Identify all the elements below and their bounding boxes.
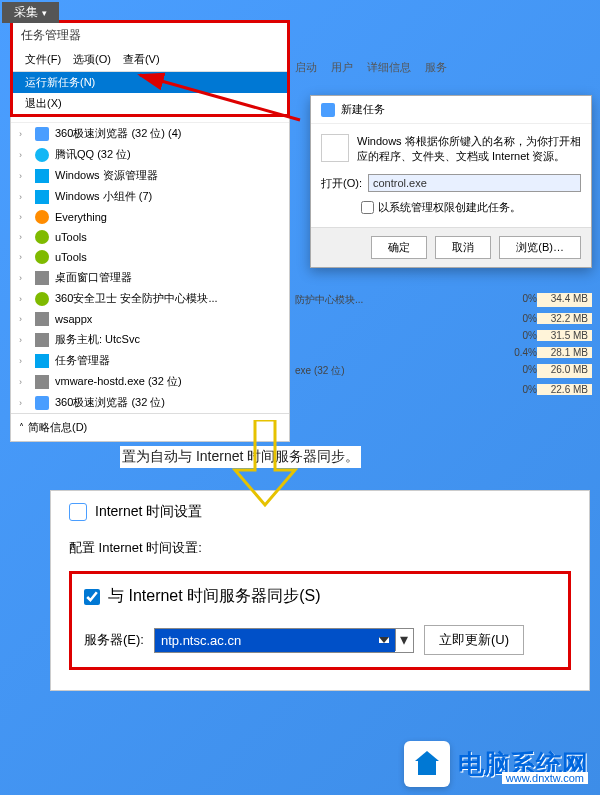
process-name: 服务主机: UtcSvc [55,332,140,347]
chevron-right-icon: › [19,171,29,181]
process-icon [35,250,49,264]
menu-exit[interactable]: 退出(X) [13,93,287,114]
chevron-right-icon: › [19,150,29,160]
process-row[interactable]: ›Everything [11,207,289,227]
process-name: 360极速浏览器 (32 位) [55,395,165,410]
sync-label: 与 Internet 时间服务器同步(S) [108,586,320,607]
process-row[interactable]: ›Windows 小组件 (7) [11,186,289,207]
process-name: Windows 资源管理器 [55,168,158,183]
cancel-button[interactable]: 取消 [435,236,491,259]
process-row[interactable]: ›360极速浏览器 (32 位) (4) [11,123,289,144]
process-name: uTools [55,231,87,243]
process-row[interactable]: ›腾讯QQ (32 位) [11,144,289,165]
admin-label: 以系统管理权限创建此任务。 [378,200,521,215]
process-row[interactable]: ›服务主机: UtcSvc [11,329,289,350]
chevron-right-icon: › [19,314,29,324]
run-description: Windows 将根据你所键入的名称，为你打开相应的程序、文件夹、文档或 Int… [357,134,581,164]
process-icon [35,230,49,244]
process-icon [35,354,49,368]
chevron-right-icon: › [19,335,29,345]
stat-row: exe (32 位)0%26.0 MB [295,361,592,381]
process-row[interactable]: ›360安全卫士 安全防护中心模块... [11,288,289,309]
open-label: 打开(O): [321,176,362,191]
background-process-stats: 防护中心模块...0%34.4 MB0%32.2 MB0%31.5 MB0.4%… [295,290,592,398]
run-dialog-title: 新建任务 [311,96,591,124]
process-name: wsappx [55,313,92,325]
process-row[interactable]: ›桌面窗口管理器 [11,267,289,288]
ok-button[interactable]: 确定 [371,236,427,259]
stat-row: 0%22.6 MB [295,381,592,398]
process-name: Windows 小组件 (7) [55,189,152,204]
chevron-right-icon: › [19,377,29,387]
process-icon [35,271,49,285]
process-name: 腾讯QQ (32 位) [55,147,131,162]
sync-description: 置为自动与 Internet 时间服务器同步。 [120,446,361,468]
logo-icon [404,741,450,787]
run-icon [321,103,335,117]
process-row[interactable]: ›uTools [11,247,289,267]
file-submenu: 运行新任务(N) 退出(X) [13,72,287,114]
process-row[interactable]: ›任务管理器 [11,350,289,371]
chevron-right-icon: › [19,212,29,222]
run-dialog: 新建任务 Windows 将根据你所键入的名称，为你打开相应的程序、文件夹、文档… [310,95,592,268]
capture-button[interactable]: 采集 [2,2,59,23]
stat-row: 0%31.5 MB [295,327,592,344]
process-icon [35,312,49,326]
chevron-down-icon[interactable]: ▾ [395,629,413,651]
process-name: uTools [55,251,87,263]
process-row[interactable]: ›360极速浏览器 (32 位) [11,392,289,413]
time-dialog-title: Internet 时间设置 [95,503,202,521]
stat-row: 0.4%28.1 MB [295,344,592,361]
process-icon [35,190,49,204]
menu-view[interactable]: 查看(V) [119,50,164,69]
process-row[interactable]: ›wsappx [11,309,289,329]
server-dropdown[interactable]: ntp.ntsc.ac.cn [155,629,395,652]
time-icon [69,503,87,521]
update-now-button[interactable]: 立即更新(U) [424,625,524,655]
chevron-right-icon: › [19,129,29,139]
process-row[interactable]: ›uTools [11,227,289,247]
sync-checkbox[interactable] [84,589,100,605]
chevron-right-icon: › [19,232,29,242]
run-app-icon [321,134,349,162]
window-title: 任务管理器 [13,23,287,48]
process-icon [35,375,49,389]
process-name: 任务管理器 [55,353,110,368]
process-row[interactable]: ›Windows 资源管理器 [11,165,289,186]
process-row[interactable]: ›vmware-hostd.exe (32 位) [11,371,289,392]
chevron-right-icon: › [19,398,29,408]
menu-file[interactable]: 文件(F) [21,50,65,69]
process-name: 360极速浏览器 (32 位) (4) [55,126,182,141]
menu-bar: 文件(F) 选项(O) 查看(V) [13,48,287,72]
process-name: Everything [55,211,107,223]
chevron-right-icon: › [19,192,29,202]
open-input[interactable] [368,174,581,192]
process-name: vmware-hostd.exe (32 位) [55,374,182,389]
process-icon [35,396,49,410]
task-manager-window: 任务管理器 文件(F) 选项(O) 查看(V) 运行新任务(N) 退出(X) [10,20,290,117]
process-icon [35,292,49,306]
logo-url: www.dnxtw.com [502,772,588,784]
internet-time-dialog: Internet 时间设置 配置 Internet 时间设置: 与 Intern… [50,490,590,691]
server-label: 服务器(E): [84,631,144,649]
process-icon [35,333,49,347]
menu-run-new-task[interactable]: 运行新任务(N) [13,72,287,93]
brief-info-toggle[interactable]: ˄ 简略信息(D) [11,413,289,441]
highlighted-settings: 与 Internet 时间服务器同步(S) 服务器(E): ntp.ntsc.a… [69,571,571,670]
time-dialog-subtitle: 配置 Internet 时间设置: [69,539,571,557]
process-icon [35,127,49,141]
stat-row: 防护中心模块...0%34.4 MB [295,290,592,310]
admin-checkbox[interactable] [361,201,374,214]
browse-button[interactable]: 浏览(B)… [499,236,581,259]
chevron-up-icon: ˄ [19,422,24,433]
process-name: 360安全卫士 安全防护中心模块... [55,291,218,306]
background-tabs: 启动用户详细信息服务 [295,60,447,75]
menu-options[interactable]: 选项(O) [69,50,115,69]
chevron-right-icon: › [19,252,29,262]
process-icon [35,210,49,224]
chevron-right-icon: › [19,356,29,366]
chevron-right-icon: › [19,273,29,283]
stat-row: 0%32.2 MB [295,310,592,327]
site-logo: 电脑系统网 www.dnxtw.com [404,741,588,787]
process-icon [35,169,49,183]
